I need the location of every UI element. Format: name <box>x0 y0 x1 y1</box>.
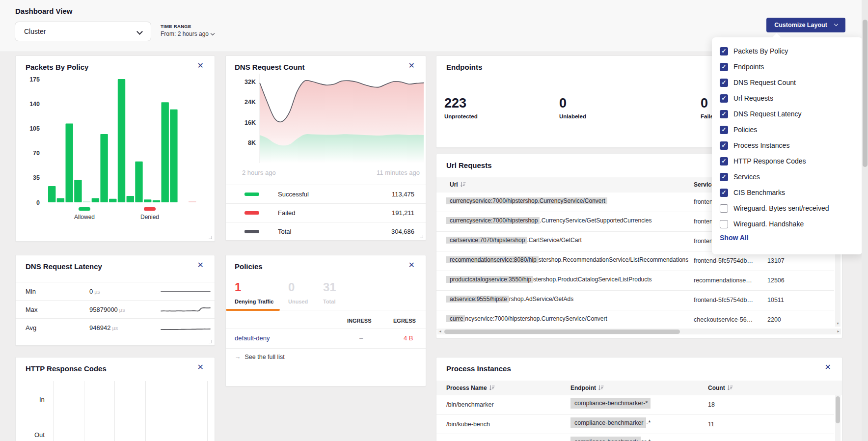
checkbox-unchecked-icon[interactable] <box>720 204 728 213</box>
resize-handle[interactable] <box>420 235 423 238</box>
url-cell: cartservice:7070/hipstershop.CartService… <box>446 237 582 244</box>
url-text: stershop.RecommendationService/ListRecom… <box>539 256 688 263</box>
svg-text:8K: 8K <box>248 139 256 146</box>
url-text: rshop.AdService/GetAds <box>509 296 573 303</box>
close-icon[interactable]: ✕ <box>197 261 204 269</box>
menu-item-wireguard-handshake[interactable]: Wireguard. Handshake <box>720 216 858 232</box>
checkbox-checked-icon[interactable] <box>720 126 728 134</box>
menu-item-label: Wireguard. Handshake <box>733 220 804 228</box>
page-scrollbar[interactable] <box>862 0 868 441</box>
legend-denied: Denied <box>138 207 161 220</box>
checkbox-checked-icon[interactable] <box>720 157 728 165</box>
count-column-header[interactable]: Count <box>708 385 733 391</box>
menu-item-endpoints[interactable]: Endpoints <box>720 59 858 75</box>
close-icon[interactable]: ✕ <box>197 363 204 371</box>
menu-item-packets-by-policy[interactable]: Packets By Policy <box>720 43 858 59</box>
row-label-out: Out <box>34 431 45 439</box>
checkbox-checked-icon[interactable] <box>720 189 728 197</box>
process-table-header: Process Name Endpoint Count <box>436 381 842 395</box>
process-instance-row: /bin/benchmarkercompliance-benchmarker-*… <box>436 395 834 415</box>
x-axis-left-label: 2 hours ago <box>242 169 276 176</box>
close-icon[interactable]: ✕ <box>408 62 415 70</box>
menu-item-wireguard-bytes-sent-received[interactable]: Wireguard. Bytes sent/received <box>720 200 858 216</box>
customize-layout-button[interactable]: Customize Layout <box>766 18 845 32</box>
resize-handle[interactable] <box>209 340 212 343</box>
gridline <box>53 381 54 441</box>
svg-text:24K: 24K <box>244 99 256 106</box>
checkbox-checked-icon[interactable] <box>720 110 728 118</box>
checkbox-checked-icon[interactable] <box>720 173 728 181</box>
gridline <box>114 381 115 441</box>
url-request-row: adservice:9555/hipstershop.AdService/Get… <box>436 291 834 310</box>
time-range-label: TIME RANGE <box>161 24 214 29</box>
customize-layout-menu: Packets By PolicyEndpointsDNS Request Co… <box>712 37 863 254</box>
horizontal-scrollbar[interactable]: ◂ ▸ <box>437 329 841 334</box>
url-text: .CartService/GetCart <box>527 237 581 244</box>
url-cell: currencyservice:7000/hipstershop.Currenc… <box>446 217 652 224</box>
process-instance-row: /bin/kube-benchcompliance-benchmarker-*1… <box>436 415 834 435</box>
legend-row-successful: Successful 113,475 <box>226 185 426 203</box>
see-full-list-link[interactable]: →See the full list <box>235 354 285 360</box>
tab-total[interactable]: 31 Total <box>323 281 336 304</box>
count-cell: 12506 <box>767 277 785 284</box>
menu-item-label: Services <box>733 173 760 181</box>
scroll-down-arrow[interactable]: ▾ <box>835 321 841 327</box>
denied-swatch <box>144 207 156 211</box>
scroll-left-arrow[interactable]: ◂ <box>437 329 443 334</box>
url-request-row: productcatalogservice:3550/hipstershop.P… <box>436 271 834 291</box>
chevron-down-icon <box>211 31 215 35</box>
url-text: stershop.ProductCatalogService/ListProdu… <box>533 276 651 283</box>
gridline <box>84 381 84 441</box>
show-all-link[interactable]: Show All <box>720 234 749 242</box>
svg-text:105: 105 <box>29 125 40 132</box>
menu-item-label: Wireguard. Bytes sent/received <box>733 204 829 212</box>
time-range-value[interactable]: From: 2 hours ago <box>161 30 214 37</box>
menu-item-services[interactable]: Services <box>720 169 858 185</box>
menu-item-label: Process Instances <box>733 141 789 149</box>
close-icon[interactable]: ✕ <box>197 62 204 70</box>
endpoint-text: er-* <box>641 439 651 441</box>
url-highlighted-text: productcatalogservice:3550/hip <box>446 276 533 283</box>
close-icon[interactable]: ✕ <box>825 363 831 371</box>
resize-handle[interactable] <box>209 236 212 239</box>
url-highlighted-text: cartservice:7070/hipstershop <box>446 237 527 244</box>
menu-item-process-instances[interactable]: Process Instances <box>720 138 858 153</box>
view-selector[interactable]: Cluster <box>15 22 151 41</box>
checkbox-unchecked-icon[interactable] <box>720 220 728 228</box>
menu-item-dns-request-latency[interactable]: DNS Request Latency <box>720 106 858 122</box>
legend-row-total: Total 304,686 <box>226 222 426 241</box>
menu-item-url-requests[interactable]: Url Requests <box>720 90 858 106</box>
url-column-header[interactable]: Url <box>450 181 466 188</box>
endpoint-column-header[interactable]: Endpoint <box>570 385 604 391</box>
checkbox-checked-icon[interactable] <box>720 141 728 150</box>
checkbox-checked-icon[interactable] <box>720 79 728 87</box>
checkbox-checked-icon[interactable] <box>720 47 728 55</box>
svg-text:70: 70 <box>33 150 40 157</box>
legend-row-failed: Failed 191,211 <box>226 203 426 222</box>
svg-text:16K: 16K <box>244 119 256 126</box>
menu-item-http-response-codes[interactable]: HTTP Response Codes <box>720 153 858 169</box>
vertical-scrollbar[interactable] <box>835 395 841 441</box>
card-dns-request-latency: DNS Request Latency ✕ Min 0µs Max 958790… <box>15 255 215 346</box>
menu-item-dns-request-count[interactable]: DNS Request Count <box>720 75 858 90</box>
card-title: Url Requests <box>446 161 492 169</box>
dns-count-legend: Successful 113,475 Failed 191,211 Total … <box>226 185 426 241</box>
checkbox-checked-icon[interactable] <box>720 94 728 103</box>
process-name-column-header[interactable]: Process Name <box>446 385 495 391</box>
tab-denying-traffic[interactable]: 1 Denying Traffic <box>235 281 273 304</box>
url-highlighted-text: currencyservice:7000/hipstershop <box>446 217 540 224</box>
checkbox-checked-icon[interactable] <box>720 63 728 71</box>
row-label-in: In <box>39 396 45 403</box>
menu-item-cis-benchmarks[interactable]: CIS Benchmarks <box>720 185 858 200</box>
menu-item-policies[interactable]: Policies <box>720 122 858 138</box>
tab-unused[interactable]: 0 Unused <box>288 281 308 304</box>
url-request-row: recommendationservice:8080/hipstershop.R… <box>436 251 834 271</box>
avg-sparkline <box>159 322 212 333</box>
card-policies: Policies ✕ 1 Denying Traffic 0 Unused 31… <box>225 255 426 386</box>
stat-unlabeled: 0 Unlabeled <box>559 96 586 119</box>
scroll-right-arrow[interactable]: ▸ <box>836 329 841 334</box>
page-title: Dashboard View <box>15 7 72 15</box>
policy-link-default-deny[interactable]: default-deny <box>235 334 270 342</box>
close-icon[interactable]: ✕ <box>408 261 415 269</box>
count-cell: 10511 <box>767 297 784 303</box>
